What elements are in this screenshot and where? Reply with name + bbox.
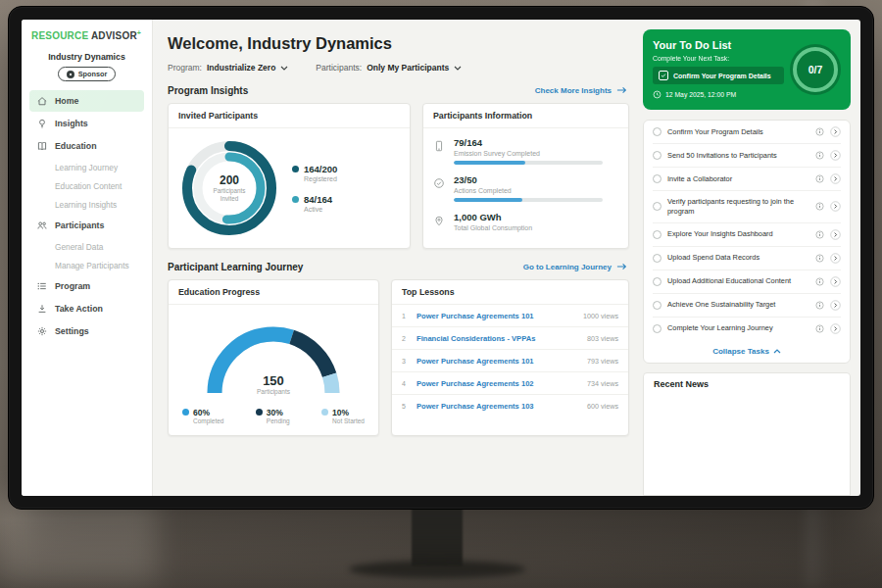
sidebar-item-education[interactable]: Education	[29, 135, 144, 157]
donut-legend: 164/200Registered 84/164Active	[292, 164, 337, 213]
lesson-link[interactable]: Power Purchase Agreements 101	[416, 312, 576, 320]
stat-emission-survey: 79/164 Emission Survey Completed	[433, 137, 618, 165]
page-title: Welcome, Industry Dynamics	[168, 34, 629, 53]
info-icon[interactable]	[815, 301, 824, 310]
task-row[interactable]: Send 50 Invitations to Participants	[653, 144, 841, 168]
check-more-insights-link[interactable]: Check More Insights	[535, 86, 627, 96]
legend-active: 84/164Active	[292, 194, 337, 213]
next-task-chip[interactable]: Confirm Your Program Details	[653, 67, 784, 84]
task-radio[interactable]	[653, 277, 662, 286]
info-icon[interactable]	[815, 230, 824, 239]
insights-cards-row: Invited Participants	[168, 103, 629, 249]
chevron-right-icon[interactable]	[830, 276, 841, 287]
info-icon[interactable]	[815, 202, 824, 211]
chevron-right-icon[interactable]	[830, 253, 841, 264]
stat-consumption: 1,000 GWh Total Global Consumption	[433, 212, 618, 235]
sidebar-item-learning-journey[interactable]: Learning Journey	[29, 158, 144, 176]
donut-center-label: 200 Participants Invited	[178, 137, 280, 239]
bulb-icon	[36, 118, 48, 129]
participants-information-card: Participants Information 79/164 Emission…	[422, 103, 629, 249]
collapse-tasks-link[interactable]: Collapse Tasks	[653, 340, 841, 363]
task-radio[interactable]	[653, 151, 662, 160]
lesson-link[interactable]: Financial Considerations - VPPAs	[416, 334, 580, 343]
card-title: Education Progress	[169, 280, 378, 305]
sidebar-item-take-action[interactable]: Take Action	[29, 298, 144, 319]
task-row[interactable]: Confirm Your Program Details	[653, 121, 841, 144]
chevron-right-icon[interactable]	[830, 229, 841, 240]
task-radio[interactable]	[653, 202, 662, 211]
sidebar-item-learning-insights[interactable]: Learning Insights	[29, 195, 144, 214]
arrow-right-icon	[616, 263, 627, 272]
sidebar-item-education-content[interactable]: Education Content	[29, 176, 144, 195]
sponsor-badge[interactable]: Sponsor	[58, 67, 117, 81]
org-name: Industry Dynamics	[29, 52, 144, 62]
task-radio[interactable]	[653, 230, 662, 239]
lesson-link[interactable]: Power Purchase Agreements 101	[416, 357, 580, 366]
task-row[interactable]: Complete Your Learning Journey	[653, 318, 841, 340]
task-row[interactable]: Explore Your Insights Dashboard	[653, 223, 841, 247]
task-radio[interactable]	[653, 324, 662, 333]
sponsor-icon	[67, 71, 74, 78]
todo-progress-ring: 0/7	[790, 44, 841, 95]
invited-donut-chart: 200 Participants Invited	[178, 137, 280, 239]
download-icon	[36, 303, 48, 315]
sidebar-item-general-data[interactable]: General Data	[29, 237, 144, 256]
program-select[interactable]: Program: Industrialize Zero	[168, 63, 288, 73]
lesson-row: 3 Power Purchase Agreements 101 793 view…	[392, 350, 628, 372]
chevron-right-icon[interactable]	[830, 150, 841, 161]
lessons-list: 1 Power Purchase Agreements 101 1000 vie…	[392, 305, 628, 416]
section-title: Participant Learning Journey	[168, 262, 303, 272]
dashboard-screen: RESOURCE ADVISOR+ Industry Dynamics Spon…	[22, 20, 860, 496]
education-gauge-chart: 150 Participants	[201, 317, 346, 399]
info-icon[interactable]	[815, 127, 824, 136]
lesson-link[interactable]: Power Purchase Agreements 102	[416, 379, 580, 388]
info-icon[interactable]	[815, 254, 824, 263]
task-radio[interactable]	[653, 301, 662, 310]
top-lessons-card: Top Lessons 1 Power Purchase Agreements …	[391, 279, 629, 436]
sidebar-item-manage-participants[interactable]: Manage Participants	[29, 256, 144, 274]
location-icon	[433, 213, 445, 224]
actions-icon	[433, 175, 445, 187]
logo-text-resource: RESOURCE	[31, 30, 88, 41]
info-icon[interactable]	[815, 174, 824, 183]
card-title: Participants Information	[423, 104, 628, 128]
filters-row: Program: Industrialize Zero Participants…	[168, 63, 629, 73]
card-title: Top Lessons	[392, 280, 628, 305]
participants-select[interactable]: Participants: Only My Participants	[316, 63, 462, 73]
info-icon[interactable]	[815, 277, 824, 286]
lesson-link[interactable]: Power Purchase Agreements 103	[416, 402, 580, 411]
learning-journey-header: Participant Learning Journey Go to Learn…	[168, 262, 627, 272]
chevron-down-icon	[454, 66, 462, 71]
info-icon[interactable]	[815, 324, 824, 333]
arrow-right-icon	[616, 86, 627, 96]
lesson-row: 4 Power Purchase Agreements 102 734 view…	[392, 372, 628, 395]
invited-participants-card: Invited Participants	[168, 103, 411, 249]
task-row[interactable]: Upload Additional Educational Content	[653, 270, 841, 294]
sidebar-item-home[interactable]: Home	[29, 90, 144, 112]
task-row[interactable]: Achieve One Sustainability Target	[653, 294, 841, 318]
sidebar-item-program[interactable]: Program	[29, 275, 144, 297]
task-row[interactable]: Verify participants requesting to join t…	[653, 191, 841, 223]
todo-card: Your To Do List Complete Your Next Task:…	[643, 29, 851, 110]
sidebar-item-participants[interactable]: Participants	[29, 215, 144, 236]
task-radio[interactable]	[653, 174, 662, 183]
task-radio[interactable]	[653, 127, 662, 136]
chevron-right-icon[interactable]	[830, 201, 841, 212]
sidebar: RESOURCE ADVISOR+ Industry Dynamics Spon…	[22, 20, 153, 496]
sidebar-item-settings[interactable]: Settings	[29, 320, 144, 342]
chevron-right-icon[interactable]	[830, 300, 841, 311]
sidebar-item-insights[interactable]: Insights	[29, 113, 144, 134]
task-radio[interactable]	[653, 254, 662, 263]
chevron-right-icon[interactable]	[830, 323, 841, 334]
info-icon[interactable]	[815, 151, 824, 160]
logo-plus: +	[137, 29, 141, 36]
gauge-legend: 60%Completed 30%Pending 10%Not Started	[178, 399, 368, 426]
go-to-learning-journey-link[interactable]: Go to Learning Journey	[523, 263, 627, 272]
legend-pending: 30%Pending	[256, 408, 290, 424]
chevron-right-icon[interactable]	[830, 173, 841, 184]
chevron-right-icon[interactable]	[830, 126, 841, 137]
task-row[interactable]: Upload Spend Data Records	[653, 247, 841, 270]
lesson-row: 2 Financial Considerations - VPPAs 803 v…	[392, 327, 628, 350]
monitor-stand-base	[349, 561, 525, 578]
task-row[interactable]: Invite a Collaborator	[653, 168, 841, 191]
